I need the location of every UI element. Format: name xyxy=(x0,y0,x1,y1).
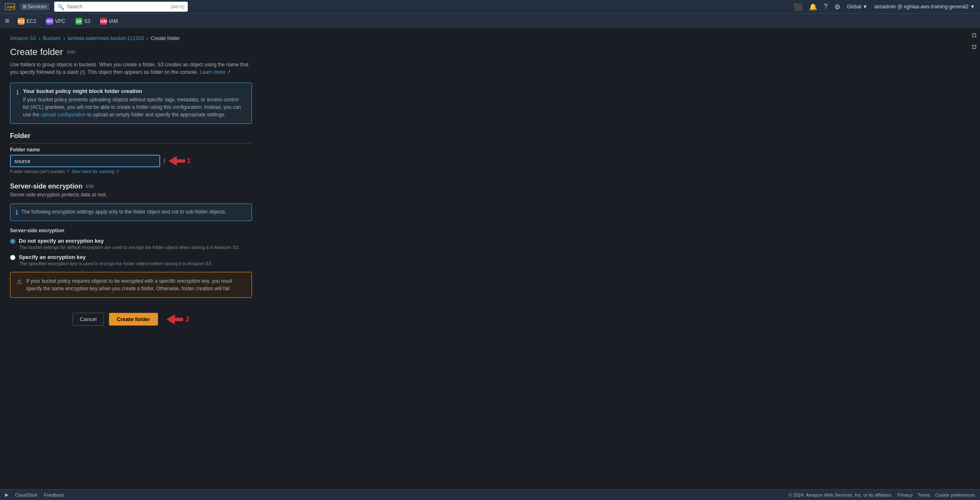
warning-content: If your bucket policy requires objects t… xyxy=(26,277,246,292)
radio-label-specify-key[interactable]: Specify an encryption key xyxy=(10,254,252,260)
folder-name-hint: Folder names can't contain '/'. See rule… xyxy=(10,169,252,174)
vpc-label: VPC xyxy=(55,18,66,24)
cloudshell-icon[interactable]: ⬛ xyxy=(794,3,802,11)
copyright-text: © 2024, Amazon Web Services, Inc. or its… xyxy=(789,492,892,497)
breadcrumb-sep-1: › xyxy=(38,35,40,42)
bell-icon[interactable]: 🔔 xyxy=(809,3,817,11)
ec2-icon: EC2 xyxy=(18,18,25,25)
breadcrumb-amazon-s3[interactable]: Amazon S3 xyxy=(10,35,36,41)
folder-name-input[interactable] xyxy=(10,155,160,167)
encryption-title: Server-side encryption xyxy=(10,183,82,190)
terms-link[interactable]: Terms xyxy=(918,492,930,497)
encryption-desc: Server-side encryption protects data at … xyxy=(10,192,252,198)
radio-specify-key-text: Specify an encryption key xyxy=(19,254,86,260)
breadcrumb-buckets[interactable]: Buckets xyxy=(43,35,61,41)
encryption-header: Server-side encryption Info xyxy=(10,183,252,190)
hamburger-menu[interactable]: ≡ xyxy=(5,17,10,25)
radio-label-no-key[interactable]: Do not specify an encryption key xyxy=(10,238,252,244)
alert-text: If your bucket policy prevents uploading… xyxy=(23,96,246,118)
svg-text:AWS: AWS xyxy=(7,5,15,9)
folder-name-group: Folder name / 1 Folder names can't conta… xyxy=(10,147,252,174)
encryption-section: Server-side encryption Info Server-side … xyxy=(10,183,252,298)
s3-label: S3 xyxy=(84,18,91,24)
encryption-warning-box: ⚠ If your bucket policy requires objects… xyxy=(10,272,252,298)
cloudshell-icon-bottom: ▶ xyxy=(5,492,8,497)
cancel-button[interactable]: Cancel xyxy=(73,313,103,326)
aws-logo[interactable]: AWS xyxy=(5,3,15,10)
breadcrumb: Amazon S3 › Buckets › lambda-watermark-b… xyxy=(10,35,365,42)
encryption-sublabel: Server-side encryption xyxy=(10,228,252,234)
annotation-number-2: 2 xyxy=(186,316,189,323)
bottom-bar: ▶ CloudShell Feedback © 2024, Amazon Web… xyxy=(0,489,980,500)
red-arrow-2-svg xyxy=(166,314,183,324)
create-folder-button[interactable]: Create folder xyxy=(109,313,158,326)
search-icon: 🔍 xyxy=(58,4,64,10)
main-content: Amazon S3 › Buckets › lambda-watermark-b… xyxy=(0,28,375,339)
enc-info-icon: ℹ xyxy=(15,209,18,216)
folder-section-title: Folder xyxy=(10,132,252,143)
search-shortcut: [Alt+S] xyxy=(171,4,184,9)
breadcrumb-bucket-name[interactable]: lambda-watermark-bucket-111333 xyxy=(68,35,144,41)
iam-icon: IAM xyxy=(100,18,107,25)
footer-bar: Cancel Create folder 2 xyxy=(10,306,252,332)
learn-more-link[interactable]: Learn more ↗ xyxy=(200,69,231,75)
warning-text: If your bucket policy requires objects t… xyxy=(26,277,246,292)
annotation-arrow-2: 2 xyxy=(166,314,189,324)
svg-marker-2 xyxy=(169,156,185,166)
region-selector[interactable]: Global ▼ xyxy=(847,4,868,10)
annotation-arrow-1: 1 xyxy=(169,156,191,166)
bucket-policy-alert: ℹ Your bucket policy might block folder … xyxy=(10,83,252,124)
cookie-link[interactable]: Cookie preferences xyxy=(935,492,975,497)
privacy-link[interactable]: Privacy xyxy=(898,492,913,497)
breadcrumb-sep-2: › xyxy=(63,35,65,42)
radio-no-key-text: Do not specify an encryption key xyxy=(19,238,104,244)
enc-info-box: ℹ The following encryption settings appl… xyxy=(10,204,252,221)
right-panel: ⊡ ⊡ xyxy=(968,28,980,53)
radio-item-no-key: Do not specify an encryption key The buc… xyxy=(10,238,252,250)
feedback-link[interactable]: Feedback xyxy=(44,492,64,497)
red-arrow-1-svg xyxy=(169,156,185,166)
radio-specify-key-sublabel: The specified encryption key is used to … xyxy=(19,261,252,266)
vpc-icon: VPC xyxy=(46,18,53,25)
search-input[interactable] xyxy=(67,4,168,10)
enc-info-text: The following encryption settings apply … xyxy=(21,208,227,216)
upload-config-link[interactable]: upload configuration xyxy=(41,112,86,118)
folder-section: Folder Folder name / 1 Folder names can'… xyxy=(10,132,252,174)
right-panel-icon-2[interactable]: ⊡ xyxy=(970,42,978,52)
help-icon[interactable]: ? xyxy=(824,3,828,10)
iam-label: IAM xyxy=(109,18,118,24)
service-pill-s3[interactable]: S3 S3 xyxy=(72,17,94,26)
service-pill-vpc[interactable]: VPC VPC xyxy=(43,17,69,26)
service-pill-iam[interactable]: IAM IAM xyxy=(97,17,121,26)
right-panel-icon-1[interactable]: ⊡ xyxy=(970,30,978,40)
encryption-radio-group: Do not specify an encryption key The buc… xyxy=(10,238,252,266)
search-bar[interactable]: 🔍 [Alt+S] xyxy=(54,2,188,12)
naming-rules-link[interactable]: See rules for naming ↗ xyxy=(72,169,119,174)
aws-logo-icon: AWS xyxy=(5,3,15,10)
services-grid-button[interactable]: ⊞ Services xyxy=(20,3,49,10)
services-label: Services xyxy=(28,4,47,10)
svg-marker-3 xyxy=(166,314,183,324)
user-menu[interactable]: iamadmin @ nghiaa-aws-training-general2 … xyxy=(874,4,975,10)
folder-name-label: Folder name xyxy=(10,147,252,153)
folder-name-suffix: / xyxy=(164,158,165,164)
settings-icon[interactable]: ⚙ xyxy=(834,3,840,11)
nav-right: ⬛ 🔔 ? ⚙ Global ▼ iamadmin @ nghiaa-aws-t… xyxy=(794,3,975,11)
radio-no-key-sublabel: The bucket settings for default encrypti… xyxy=(19,245,252,250)
page-description: Use folders to group objects in buckets.… xyxy=(10,61,252,76)
service-bar: ≡ EC2 EC2 VPC VPC S3 S3 IAM IAM xyxy=(0,13,980,28)
alert-title: Your bucket policy might block folder cr… xyxy=(23,88,246,94)
ec2-label: EC2 xyxy=(27,18,36,24)
folder-name-input-row: / 1 xyxy=(10,155,252,167)
page-info-link[interactable]: Info xyxy=(67,49,76,55)
page-title: Create folder xyxy=(10,47,63,58)
service-pill-ec2[interactable]: EC2 EC2 xyxy=(15,17,40,26)
radio-no-key[interactable] xyxy=(10,239,15,244)
top-nav: AWS ⊞ Services 🔍 [Alt+S] ⬛ 🔔 ? ⚙ Global … xyxy=(0,0,980,13)
cloudshell-link[interactable]: CloudShell xyxy=(15,492,37,497)
encryption-info-link[interactable]: Info xyxy=(86,183,94,189)
radio-specify-key[interactable] xyxy=(10,255,15,260)
s3-icon: S3 xyxy=(76,18,82,25)
bottom-right: © 2024, Amazon Web Services, Inc. or its… xyxy=(789,492,975,497)
breadcrumb-sep-3: › xyxy=(146,35,149,42)
